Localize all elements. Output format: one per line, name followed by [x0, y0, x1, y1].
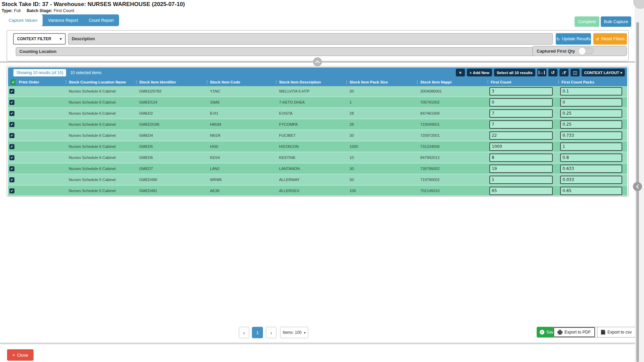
cell-first-count — [488, 154, 558, 162]
column-header-6[interactable]: Stock Item Pack Size — [346, 80, 417, 84]
column-header-2[interactable]: Stock Counting Location Name — [66, 80, 136, 84]
row-checkbox[interactable]: ✔ — [9, 177, 14, 182]
complete-button[interactable]: Complete — [575, 16, 599, 27]
column-header-9[interactable]: First Count Packs — [558, 80, 628, 84]
first-count-input[interactable] — [489, 87, 553, 96]
column-header-5[interactable]: Stock Item Description — [276, 80, 346, 84]
first-count-input[interactable] — [489, 120, 553, 129]
row-checkbox-cell: ✔ — [8, 89, 16, 94]
cell-nappi: 735795002 — [417, 167, 488, 171]
first-count-input[interactable] — [489, 154, 553, 162]
cell-location: Nurses Schedule 6 Cabinet — [66, 100, 136, 104]
chevron-up-icon — [315, 60, 320, 63]
first-count-packs-input[interactable] — [560, 142, 622, 151]
first-count-packs-input[interactable] — [560, 187, 622, 195]
column-header-4[interactable]: Stock Item Code — [207, 80, 276, 84]
counting-location-input[interactable]: Counting Location — [16, 47, 536, 56]
rotate-left-icon: ↺ — [551, 70, 555, 75]
first-count-input[interactable] — [489, 98, 553, 107]
close-icon: × — [12, 353, 15, 358]
table-row: ✔Nurses Schedule 5 CabinetGMED490WRM5ALL… — [8, 175, 627, 185]
showing-results-pill[interactable]: Showing 10 results (of 10) — [13, 69, 66, 76]
select-all-button[interactable]: Select all 10 results — [494, 69, 535, 76]
row-checkbox[interactable]: ✔ — [9, 100, 14, 105]
update-results-button[interactable]: ↻ Update Results — [556, 33, 591, 45]
type-label: Type: — [2, 8, 12, 13]
row-checkbox[interactable]: ✔ — [9, 166, 14, 171]
first-count-input[interactable] — [489, 109, 553, 118]
toggle-knob — [578, 47, 586, 55]
export-pdf-label: Export to PDF — [565, 330, 591, 335]
export-csv-button[interactable]: Export to csv — [597, 327, 635, 338]
first-count-input[interactable] — [489, 165, 553, 173]
first-count-input[interactable] — [489, 187, 553, 195]
row-checkbox[interactable]: ✔ — [9, 89, 14, 94]
first-count-packs-input[interactable] — [560, 120, 622, 129]
close-button[interactable]: × Close — [7, 349, 34, 361]
tab-count-report[interactable]: Count Report — [84, 14, 119, 26]
first-count-packs-input[interactable] — [560, 98, 622, 107]
row-checkbox[interactable]: ✔ — [9, 111, 14, 116]
cell-first-count — [488, 109, 558, 118]
add-new-button[interactable]: + Add New — [467, 69, 492, 76]
column-header-8[interactable]: First Count — [488, 80, 558, 84]
chevron-down-icon: ▾ — [304, 331, 306, 335]
collapse-filters-handle[interactable] — [313, 57, 322, 66]
prev-page-button[interactable]: ‹ — [239, 327, 249, 338]
check-circle-icon: ✔ — [540, 330, 544, 335]
page-number-button[interactable]: 1 — [252, 327, 263, 338]
columns-button[interactable]: ◫ — [571, 69, 580, 76]
cell-pack-size: 30 — [346, 178, 417, 182]
select-all-checkbox[interactable]: ✔ — [11, 79, 16, 85]
table-row: ✔Nurses Schedule 6 CabinetGMED6KES4KESTI… — [8, 153, 627, 163]
row-checkbox-cell: ✔ — [8, 111, 16, 116]
table-row: ✔Nurses Schedule 6 CabinetGMED5HI30HISTA… — [8, 141, 627, 152]
reset-layout-button[interactable]: ↺ — [548, 69, 557, 76]
expand-panel-handle[interactable] — [633, 182, 642, 191]
cell-location: Nurses Schedule 5 Cabinet — [66, 178, 136, 182]
sort-button[interactable]: ↓ — [559, 69, 569, 76]
cell-first-count-packs — [558, 154, 628, 162]
clear-selection-button[interactable]: × — [456, 69, 465, 76]
first-count-input[interactable] — [489, 142, 553, 151]
context-filter-select[interactable]: CONTEXT FILTER ▾ — [13, 33, 66, 45]
cell-description: ALLERGEX — [276, 189, 346, 193]
cell-code: H8GM — [207, 122, 276, 126]
chevron-left-icon — [636, 184, 639, 189]
bulk-capture-button[interactable]: Bulk Capture — [601, 16, 631, 27]
row-checkbox[interactable]: ✔ — [9, 155, 14, 160]
description-input[interactable]: Description — [68, 33, 553, 45]
row-checkbox[interactable]: ✔ — [9, 122, 14, 127]
first-count-packs-input[interactable] — [560, 109, 622, 118]
tab-capture-values[interactable]: Capture Values — [3, 14, 43, 26]
reset-filters-button[interactable]: ↺ Reset Filters — [593, 33, 627, 45]
next-page-button[interactable]: › — [266, 327, 276, 338]
export-pdf-button[interactable]: Export to PDF — [553, 327, 595, 337]
row-checkbox[interactable]: ✔ — [9, 144, 14, 149]
first-count-packs-input[interactable] — [560, 154, 622, 162]
cell-location: Nurses Schedule 6 Cabinet — [66, 89, 136, 93]
column-header-7[interactable]: Stock Item Nappi — [417, 80, 488, 84]
first-count-input[interactable] — [489, 131, 553, 140]
cell-first-count-packs — [558, 187, 628, 195]
tab-variance-report[interactable]: Variance Report — [43, 14, 83, 26]
first-count-packs-input[interactable] — [560, 87, 622, 96]
column-header-1[interactable]: Print Order — [16, 80, 66, 84]
column-header-3[interactable]: Stock Item Identifier — [136, 80, 207, 84]
captured-first-qty-toggle[interactable] — [578, 48, 594, 54]
vertical-scrollbar-thumb[interactable] — [636, 22, 639, 362]
items-per-page-select[interactable]: Items: 100 ▾ — [280, 327, 308, 338]
cell-pack-size: 28 — [346, 111, 417, 115]
first-count-input[interactable] — [489, 176, 553, 184]
first-count-packs-input[interactable] — [560, 176, 622, 184]
row-checkbox[interactable]: ✔ — [9, 188, 14, 193]
first-count-packs-input[interactable] — [560, 165, 622, 173]
cell-identifier: GMED5 — [136, 144, 207, 148]
table-body: ✔Nurses Schedule 6 CabinetGMED25782Y1NCW… — [8, 86, 627, 196]
cell-first-count-packs — [558, 165, 628, 173]
check-icon: ✔ — [12, 80, 15, 84]
row-checkbox[interactable]: ✔ — [9, 133, 14, 138]
context-layout-dropdown[interactable]: CONTEXT LAYOUT ▾ — [582, 69, 625, 76]
first-count-packs-input[interactable] — [560, 131, 622, 140]
fit-columns-button[interactable]: ↔ — [537, 69, 546, 76]
